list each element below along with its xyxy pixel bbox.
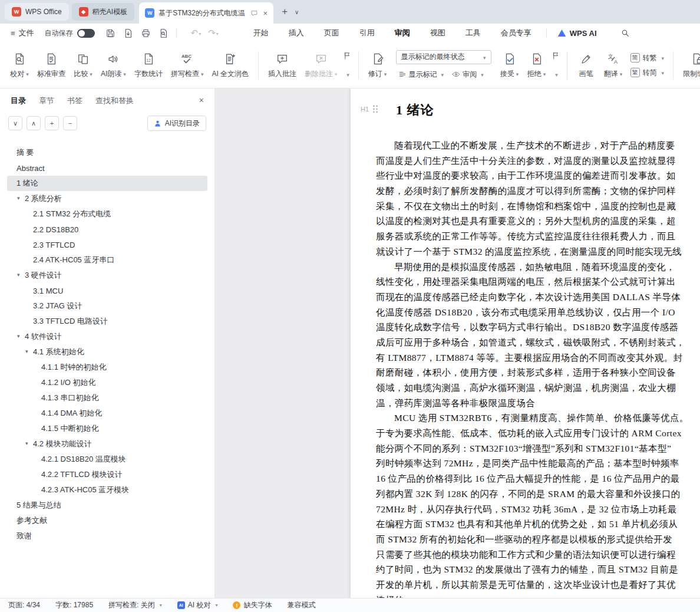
- ribbon-tab-6[interactable]: 视图: [420, 24, 455, 42]
- pane-tab-2[interactable]: 章节: [39, 96, 54, 106]
- undo-caret-icon[interactable]: ▾: [199, 31, 201, 38]
- tab-document-active[interactable]: W 基于STM32的分布式电缆温 ×: [139, 2, 273, 24]
- standard-review-button[interactable]: 标准审查: [33, 46, 70, 85]
- doc-line[interactable]: 能分两个不同的系列：STM32F103“增强型”系列和 STM32F101“基本…: [376, 441, 700, 456]
- doc-line[interactable]: 服务器或系统的正常工作等等。传统方式监控温度往往很耗费人力，而且: [376, 229, 700, 244]
- document-page[interactable]: H1 1 绪论 随着现代工业的不断发展，生产技术的不断进步，对于产品的精度要而温…: [351, 88, 700, 598]
- new-tab-button[interactable]: +: [282, 6, 288, 18]
- review-mode-button[interactable]: 审阅: [450, 68, 486, 81]
- toc-item[interactable]: ▾4.2 模块功能设计: [7, 436, 207, 452]
- doc-line[interactable]: 以温度的检测对其也是具有重要意义的；另外大型机房的温度的采集，超: [376, 213, 700, 229]
- expand-all-button[interactable]: ∧: [27, 116, 41, 130]
- to-simplified-button[interactable]: 繁 转简: [630, 68, 665, 78]
- ribbon-tab-7[interactable]: 工具: [455, 24, 491, 42]
- doc-line[interactable]: 领域，如电缆沟测温，高炉水循环测温，锅炉测温，机房测温，农业大棚: [376, 380, 700, 396]
- collapse-level-button[interactable]: −: [63, 116, 77, 130]
- toc-item[interactable]: 5 结果与总结: [7, 498, 207, 513]
- ribbon-tab-1[interactable]: 开始: [243, 24, 279, 42]
- caret-down-icon[interactable]: [553, 68, 558, 79]
- ai-recognize-toc-button[interactable]: AI识别目录: [147, 116, 206, 131]
- doc-line[interactable]: 就设计了一个基于 STM32 的温度监控系统，在测量温度的同时能实现无线: [376, 244, 700, 259]
- toc-item[interactable]: 2.3 TFTLCD: [7, 237, 207, 252]
- reject-button[interactable]: 拒绝: [523, 46, 550, 85]
- toc-item[interactable]: 2.1 STM32 分布式电缆: [7, 206, 207, 222]
- doc-line[interactable]: 化温度传感器 DS18B20，该分布式电缆采用单总线协议，仅占用一个 I/O: [376, 305, 700, 320]
- toc-item[interactable]: 参考文献: [7, 513, 207, 528]
- toc-item[interactable]: 2.2 DS18B20: [7, 222, 207, 237]
- doc-line[interactable]: 选择的: [376, 593, 700, 598]
- document-text[interactable]: 随着现代工业的不断发展，生产技术的不断进步，对于产品的精度要而温度是人们生产生活…: [376, 138, 700, 598]
- ribbon-tab-5[interactable]: 审阅: [385, 24, 420, 42]
- pane-tab-1[interactable]: 目录: [11, 96, 26, 106]
- drag-handle-icon[interactable]: [372, 105, 378, 113]
- doc-line[interactable]: 而现在的温度传感器已经走向数字化，本次设计选用美国 DALLAS 半导体: [376, 289, 700, 305]
- toc-item[interactable]: 1 绪论: [7, 176, 207, 191]
- ink-brush-button[interactable]: 画笔: [573, 46, 600, 85]
- doc-line[interactable]: 有 LTM8877，LTM8874 等等。主要根据应用场合的不同而改变其外观。封: [376, 350, 700, 366]
- doc-line[interactable]: 些行业中对温度的要求较高，由于工作环境温度的偏差进而引发事故。如: [376, 168, 700, 183]
- tab-list-caret-icon[interactable]: ∨: [295, 9, 299, 15]
- toc-item[interactable]: 4.2.3 ATK-HC05 蓝牙模块: [7, 482, 207, 498]
- doc-line[interactable]: 温，弹药库测温等各种非极限温度场合: [376, 396, 700, 411]
- doc-line[interactable]: 在编程方面 STM32 也具有和其他单片机的优势之处，如 51 单片机必须从: [376, 516, 700, 532]
- toc-item[interactable]: 4.1.4 DMA 初始化: [7, 406, 207, 421]
- doc-line[interactable]: 开发的单片机，所以其前景是无可估量的，这次毕业设计也是看好了其优: [376, 577, 700, 593]
- toc-item[interactable]: 3.2 JTAG 设计: [7, 298, 207, 314]
- delete-comment-button[interactable]: 删除批注: [301, 46, 342, 85]
- compare-button[interactable]: 比较: [70, 46, 97, 85]
- toc-item[interactable]: ▾2 系统分析: [7, 191, 207, 206]
- close-tab-icon[interactable]: ×: [263, 9, 268, 18]
- toc-item[interactable]: 4.1.1 时钟的初始化: [7, 360, 207, 375]
- pane-tab-4[interactable]: 查找和替换: [95, 96, 134, 106]
- redo-button[interactable]: ↷▾: [204, 28, 222, 38]
- to-traditional-button[interactable]: 简 转繁: [630, 53, 665, 63]
- doc-line[interactable]: 72MHz 时，从闪存执行代码，STM32 功耗 36mA，是 32 位市场上功…: [376, 502, 700, 517]
- doc-line[interactable]: 温度转化成数字信号，以数字码方式串行输出。DS18B20 数字温度传感器: [376, 320, 700, 335]
- toc-expand-arrow-icon[interactable]: ▾: [17, 333, 20, 339]
- doc-line[interactable]: 列都内置 32K 到 128K 的闪存，不同的是 SRAM 的最大容量和外设接口…: [376, 486, 700, 502]
- toc-item[interactable]: 4.2.2 TFTLCD 模块设计: [7, 467, 207, 482]
- restrict-editing-button[interactable]: 限制编辑: [679, 46, 700, 85]
- doc-line[interactable]: 采集，不仅在文物出土的时刻，在博物馆和档案馆中，温度的控制也是藏: [376, 199, 700, 214]
- doc-line[interactable]: 耐磨耐碰，体积小，使用方便，封装形式多样，适用于各种狭小空间设备: [376, 365, 700, 380]
- toc-expand-arrow-icon[interactable]: ▾: [25, 348, 28, 354]
- doc-line[interactable]: 16 位产品的价格得到比 16 位产品大幅提升的性能，是 16 位产品用户的最: [376, 471, 700, 486]
- toc-item[interactable]: 致谢: [7, 528, 207, 544]
- ribbon-tab-4[interactable]: 引用: [349, 24, 385, 42]
- toc-item[interactable]: 3.3 TFTLCD 电路设计: [7, 314, 207, 329]
- markup-state-dropdown[interactable]: 显示标记的最终状态: [396, 50, 491, 64]
- toc-item[interactable]: ▾3 硬件设计: [7, 268, 207, 283]
- word-count-indicator[interactable]: 字数: 17985: [55, 600, 93, 610]
- close-pane-icon[interactable]: ×: [199, 96, 204, 105]
- toc-item[interactable]: 4.1.3 串口初始化: [7, 390, 207, 406]
- ribbon-tab-2[interactable]: 插入: [279, 24, 314, 42]
- outline-marker[interactable]: H1: [361, 105, 378, 113]
- collapse-all-button[interactable]: ∨: [8, 116, 22, 130]
- doc-line[interactable]: 发酵，必须时刻了解所发酵酶的温度才可以得到所需酶；文物的保护同样: [376, 183, 700, 199]
- spellcheck-button[interactable]: ABC 拼写检查: [167, 46, 208, 85]
- doc-line[interactable]: 只需要了些其他的模块功能和工作方式和少量的语法知识便可以进行编程: [376, 547, 700, 562]
- print-button[interactable]: [138, 26, 154, 40]
- doc-line[interactable]: 而温度是人们生产生活中十分关注的参数，对温度的测量以及监控就显得: [376, 153, 700, 169]
- accept-button[interactable]: 接受: [496, 46, 523, 85]
- doc-line[interactable]: 约了时间，也为 STM32 的发展做出了强有力的铺垫，而且 STM32 目前是: [376, 562, 700, 577]
- doc-line[interactable]: 随着现代工业的不断发展，生产技术的不断进步，对于产品的精度要: [376, 138, 700, 153]
- toc-item[interactable]: 4.1.5 中断初始化: [7, 421, 207, 436]
- proofread-button[interactable]: 校对: [6, 46, 33, 85]
- ai-proofread-status[interactable]: AI AI 校对: [177, 600, 218, 610]
- toc-item[interactable]: ▾4 软件设计: [7, 329, 207, 344]
- doc-line[interactable]: 于专为要求高性能、低成本、低功耗的嵌入式应用专门设计的 ARM Cortex: [376, 426, 700, 441]
- page-indicator[interactable]: 页面: 4/34: [8, 600, 40, 610]
- toc-item[interactable]: 3.1 MCU: [7, 283, 207, 298]
- toc-item[interactable]: 摘 要: [7, 145, 207, 160]
- doc-line[interactable]: 而 STM32 所有的初始化和一些驱动的程序都是以模板的形式提供给开发: [376, 532, 700, 547]
- word-count-button[interactable]: 12 字数统计: [130, 46, 167, 85]
- search-button[interactable]: [617, 25, 633, 41]
- tab-wps-office[interactable]: W WPS Office: [5, 3, 69, 21]
- ribbon-tab-3[interactable]: 页面: [314, 24, 349, 42]
- ribbon-tab-8[interactable]: 会员专享: [491, 24, 541, 42]
- undo-button[interactable]: ↶▾: [187, 28, 205, 38]
- toc-item[interactable]: 4.2.1 DS18B20 温度模块: [7, 452, 207, 467]
- doc-line[interactable]: 早期使用的是模拟温度传感器，如热敏电阻，随着环境温度的变化，: [376, 259, 700, 275]
- doc-line[interactable]: 列时钟频率达到 72MHz，是同类产品中性能最高的产品；基本型时钟频率: [376, 456, 700, 471]
